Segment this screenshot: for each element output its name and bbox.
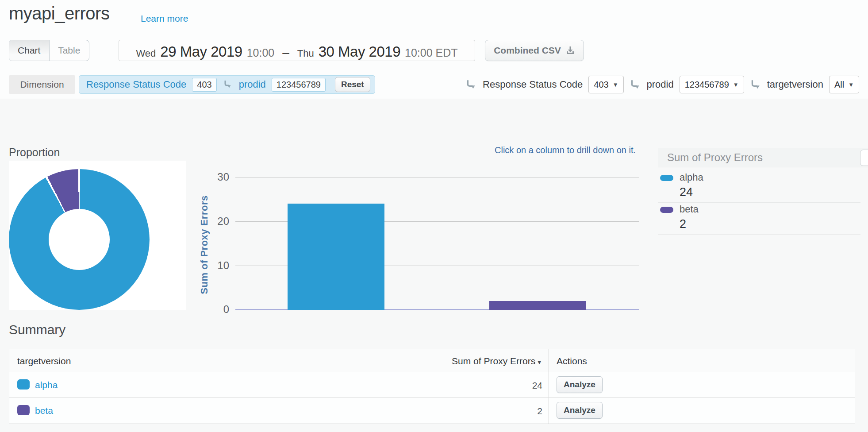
- row-swatch-alpha: [17, 379, 30, 390]
- view-toggle: Chart Table: [9, 40, 89, 61]
- y-axis-label: Sum of Proxy Errors: [199, 195, 210, 294]
- y-tick-30: 30: [194, 170, 229, 184]
- chevron-down-icon: ▼: [613, 81, 618, 88]
- bar-alpha[interactable]: [288, 204, 384, 310]
- legend-swatch-beta: [660, 207, 673, 213]
- legend-divider: [658, 202, 860, 203]
- legend-value-alpha: 24: [680, 185, 693, 199]
- header-targetversion: targetversion: [17, 356, 71, 366]
- prodid-value: 123456789: [685, 80, 729, 90]
- response-status-code-select[interactable]: 403 ▼: [588, 76, 623, 93]
- drill-hint: Click on a column to drill down on it.: [495, 145, 636, 155]
- sort-desc-icon: ▼: [536, 359, 542, 366]
- analyze-button-beta[interactable]: Analyze: [557, 402, 603, 419]
- header-sum-of-proxy-errors[interactable]: Sum of Proxy Errors▼: [325, 356, 542, 366]
- dimension-label: Dimension: [9, 75, 75, 94]
- bar-beta[interactable]: [489, 301, 586, 310]
- row-swatch-beta: [17, 405, 30, 415]
- legend-swatch-alpha: [660, 175, 673, 181]
- selector-label-targetversion: targetversion: [767, 79, 823, 90]
- chevron-down-icon: ▼: [848, 81, 854, 88]
- start-date: 29 May 2019: [160, 43, 242, 60]
- end-date: 30 May 2019: [319, 43, 400, 60]
- column-divider: [549, 349, 549, 424]
- analyze-button-alpha[interactable]: Analyze: [557, 376, 603, 393]
- donut-hole: [49, 209, 110, 270]
- selector-label-prodid: prodid: [647, 79, 674, 90]
- learn-more-link[interactable]: Learn more: [141, 13, 188, 24]
- table-view-button[interactable]: Table: [49, 40, 89, 61]
- start-day: Wed: [136, 48, 156, 59]
- chart-options-button[interactable]: [860, 150, 868, 166]
- filter1-value-chip: 403: [192, 78, 216, 92]
- legend-divider: [658, 234, 860, 235]
- combined-csv-label: Combined CSV: [494, 45, 561, 56]
- summary-table: targetversion Sum of Proxy Errors▼ Actio…: [9, 349, 855, 424]
- header-actions: Actions: [557, 356, 587, 366]
- download-icon: [565, 46, 575, 55]
- start-time: 10:00: [247, 46, 275, 59]
- end-day: Thu: [297, 48, 314, 59]
- drill-down-arrow-icon: [630, 79, 641, 90]
- row-value-beta: 2: [325, 406, 542, 417]
- chevron-down-icon: ▼: [733, 81, 739, 88]
- date-range-separator: –: [279, 46, 293, 60]
- page-title: myapi_errors: [9, 4, 109, 23]
- legend-title: Sum of Proxy Errors: [667, 151, 763, 164]
- date-range-picker[interactable]: Wed 29 May 2019 10:00 – Thu 30 May 2019 …: [119, 40, 475, 61]
- drill-down-arrow-icon: [750, 79, 761, 90]
- drill-down-arrow-icon: [223, 79, 233, 90]
- prodid-select[interactable]: 123456789 ▼: [680, 76, 744, 93]
- row-link-alpha[interactable]: alpha: [35, 380, 58, 390]
- filter2-value-chip: 123456789: [272, 78, 326, 92]
- legend-header: Sum of Proxy Errors: [658, 148, 868, 167]
- y-tick-20: 20: [194, 215, 229, 228]
- summary-title: Summary: [9, 322, 65, 337]
- filter1-name: Response Status Code: [86, 79, 186, 90]
- y-tick-0: 0: [194, 303, 229, 316]
- chart-view-button[interactable]: Chart: [9, 40, 49, 61]
- drill-down-arrow-icon: [465, 79, 477, 90]
- analytics-dashboard: myapi_errors Learn more Chart Table Wed …: [0, 0, 868, 432]
- legend-value-beta: 2: [680, 217, 686, 231]
- legend-label-beta: beta: [680, 204, 699, 215]
- selector-label-response-status-code: Response Status Code: [483, 79, 583, 90]
- proportion-title: Proportion: [9, 146, 60, 159]
- reset-filters-button[interactable]: Reset: [335, 77, 370, 92]
- dimension-selectors: Response Status Code 403 ▼ prodid 123456…: [465, 75, 859, 94]
- combined-csv-button[interactable]: Combined CSV: [485, 40, 584, 61]
- bar-chart: [235, 177, 639, 310]
- row-link-beta[interactable]: beta: [35, 405, 53, 416]
- row-value-alpha: 24: [325, 380, 542, 391]
- active-filters-breadcrumb: Response Status Code 403 prodid 12345678…: [79, 75, 375, 94]
- y-tick-10: 10: [194, 259, 229, 272]
- legend-label-alpha: alpha: [680, 172, 703, 183]
- targetversion-select[interactable]: All ▼: [829, 76, 859, 93]
- end-time: 10:00 EDT: [405, 46, 458, 59]
- targetversion-value: All: [834, 80, 844, 90]
- response-status-code-value: 403: [594, 80, 608, 90]
- row-divider: [9, 397, 855, 398]
- gridline-30: [235, 177, 639, 177]
- filter2-name: prodid: [239, 79, 266, 90]
